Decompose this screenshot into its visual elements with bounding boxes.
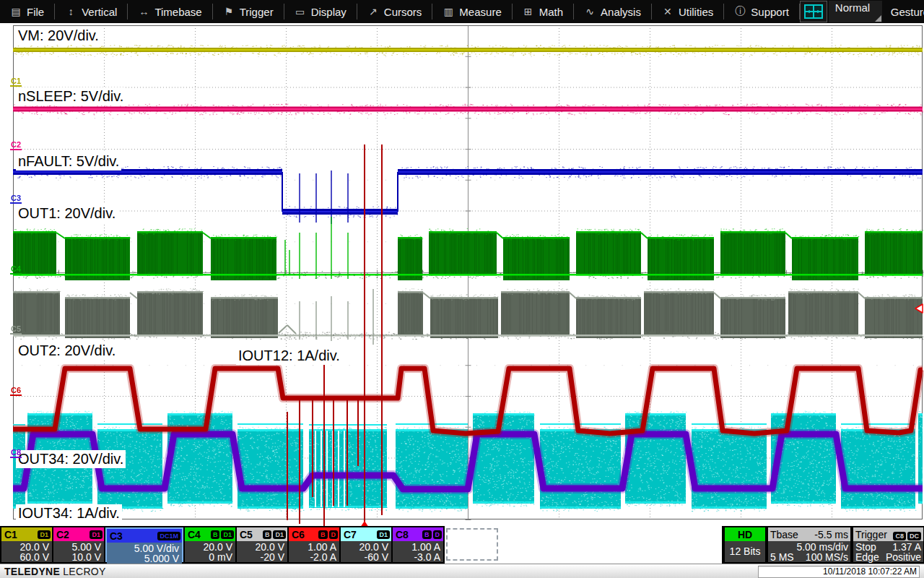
channel-indicator-c1[interactable]: C1 [10,77,22,87]
menu-analysis-label: Analysis [601,6,641,18]
c7-label: C7 [344,529,357,540]
channel-indicator-c4[interactable]: C4 [10,264,22,275]
c4-offset: 0 mV [186,552,232,562]
menu-trigger-label: Trigger [240,6,274,18]
trigger-label: Trigger [855,529,887,540]
menu-timebase[interactable]: ↔Timebase [128,4,212,20]
timebase-box[interactable]: Tbase-5.5 ms 5.00 ms/div 5 MS100 MS/s [768,527,850,562]
descriptor-c7[interactable]: C7D1 20.0 V-60 V [341,527,391,562]
c2-offset: 10.0 V [55,552,101,562]
c2-badge: D1 [90,530,103,539]
channel-indicator-c2[interactable]: C2 [10,140,22,150]
hd-label: HD [725,527,765,541]
trace-label-iout12: IOUT12: 1A/div. [236,347,342,365]
menu-math[interactable]: ⊞Math [513,4,574,20]
menu-support[interactable]: ⓘSupport [724,4,800,20]
hd-mode-box[interactable]: HD 12 Bits [725,527,765,562]
trace-label-iout34: IOUT34: 1A/div. [16,504,122,522]
c3-badge: DC1M [157,532,180,540]
grid-icon [804,4,823,19]
vertical-icon: ↕ [65,6,77,17]
trace-label-nfault: nFAULT: 5V/div. [16,152,121,171]
c8-badge-b: B [422,530,432,539]
trigger-box[interactable]: TriggerC8DC Stop1.37 A EdgePositive [853,527,923,562]
descriptor-c3[interactable]: C3DC1M 5.00 V/div5.000 V [105,527,183,562]
menu-trigger[interactable]: ⚑Trigger [213,4,284,20]
trigger-flag-icon: ⚑ [223,6,235,17]
c2-scale: 5.00 V [55,542,101,552]
c6-label: C6 [292,529,305,540]
waveform-display[interactable] [0,23,924,526]
descriptor-c8[interactable]: C8BD 1.00 A-3.0 A [393,527,443,562]
c8-badge-d: D [433,530,443,539]
descriptor-c6[interactable]: C6BD 1.00 A-2.0 A [289,527,339,562]
brand-logo: TELEDYNE LECROY [4,566,106,577]
trigger-type: Edge [855,552,879,562]
c7-scale: 20.0 V [342,542,388,552]
descriptor-c1[interactable]: C1D1 20.0 V60.0 V [1,527,52,562]
trace-label-nsleep: nSLEEP: 5V/div. [16,87,126,105]
display-mode-dropdown[interactable]: Normal [829,1,882,22]
c1-badge: D1 [38,530,51,539]
descriptor-strip: C1D1 20.0 V60.0 V C2D1 5.00 V10.0 V C3DC… [0,526,924,564]
tbase-rate: 100 MS/s [806,552,848,562]
channel-indicator-c5[interactable]: C5 [10,324,22,335]
menu-display-label: Display [311,6,346,18]
descriptor-c5[interactable]: C5BD1 20.0 V-20 V [237,527,287,562]
menu-file[interactable]: ▤File [0,4,55,20]
c1-label: C1 [4,529,17,540]
file-icon: ▤ [10,6,22,17]
c3-scale: 5.00 V/div [108,543,179,553]
menu-math-label: Math [539,6,563,18]
trace-label-vm: VM: 20V/div. [16,27,101,45]
menu-cursors[interactable]: ↗Cursors [357,4,433,20]
menu-support-label: Support [751,6,789,18]
display-icon: ▭ [295,6,306,17]
trigger-coupling-badge: DC [907,532,921,540]
menu-file-label: File [27,6,44,18]
c2-label: C2 [56,529,69,540]
trigger-mode: Stop [855,542,876,552]
menu-measure[interactable]: ▥Measure [432,4,512,20]
c6-badge-b: B [318,530,328,539]
c1-offset: 60.0 V [3,552,49,562]
menu-display[interactable]: ▭Display [284,4,357,20]
menu-analysis[interactable]: ∿Analysis [574,4,652,20]
menu-vertical[interactable]: ↕Vertical [55,4,128,20]
c6-offset: -2.0 A [290,552,336,562]
trigger-slope: Positive [886,552,921,562]
tbase-scale: 5.00 ms/div [796,542,848,552]
descriptor-c4[interactable]: C4BD1 20.0 V0 mV [185,527,235,562]
grid-style-button[interactable] [800,1,827,22]
c6-badge-d: D [329,530,339,539]
datetime-display: 10/11/2018 10:07:22 AM [758,566,920,578]
c3-label: C3 [110,530,123,542]
c4-label: C4 [188,529,201,540]
channel-indicator-c6[interactable]: C6 [10,386,22,396]
gesture-label[interactable]: Gesture [882,6,924,18]
menu-vertical-label: Vertical [82,6,117,18]
trace-label-out1: OUT1: 20V/div. [16,204,118,223]
tbase-label: Tbase [770,529,798,540]
c5-badge-d1: D1 [273,530,286,539]
trace-label-out2: OUT2: 20V/div. [16,342,118,360]
c5-scale: 20.0 V [238,542,284,552]
brand-teledyne: TELEDYNE [4,566,60,577]
measure-icon: ▥ [443,6,454,17]
timebase-icon: ↔ [138,6,149,17]
math-icon: ⊞ [523,6,534,17]
c7-offset: -60 V [342,552,388,562]
channel-indicator-c3[interactable]: C3 [10,194,22,204]
menu-utilities-label: Utilities [679,6,713,18]
hd-bits: 12 Bits [725,541,765,557]
c5-label: C5 [240,529,253,540]
c8-offset: -3.0 A [394,552,440,562]
menu-utilities[interactable]: ✕Utilities [652,4,724,20]
tbase-offset: -5.5 ms [814,529,848,540]
c5-badge-b: B [263,530,272,539]
descriptor-c2[interactable]: C2D1 5.00 V10.0 V [53,527,104,562]
c4-badge-d1: D1 [221,530,234,539]
empty-descriptor-slot[interactable] [446,528,498,561]
channel-indicator-c8[interactable]: C8 [10,448,22,458]
menu-bar: ▤File ↕Vertical ↔Timebase ⚑Trigger ▭Disp… [0,0,924,23]
